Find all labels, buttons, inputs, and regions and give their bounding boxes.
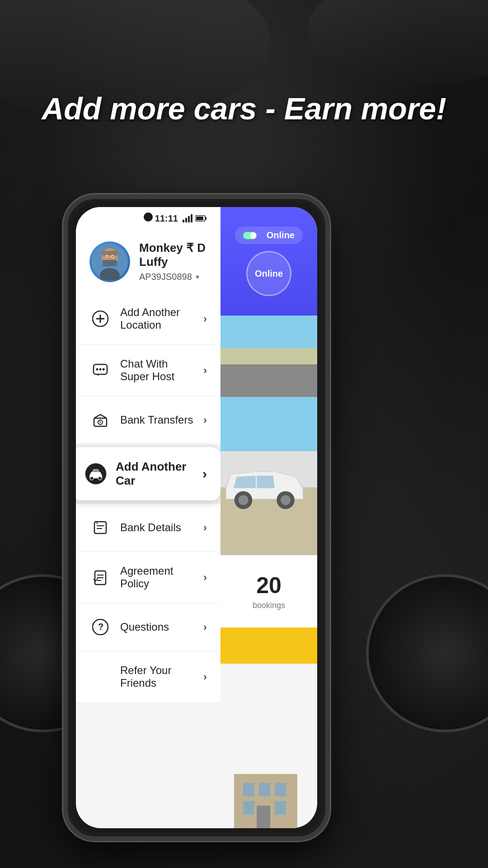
online-circle-button[interactable]: Online [246,251,291,296]
svg-text:$: $ [96,520,98,525]
bank-transfers-label: Bank Transfers [120,414,194,426]
svg-rect-3 [191,214,192,222]
chevron-right-icon: › [203,621,207,633]
menu-item-agreement[interactable]: Agreement Policy › [76,552,221,603]
profile-info: Monkey ₹ D Luffy AP39JS0898 ▾ [139,241,207,282]
menu-item-bank-transfers[interactable]: $ Bank Transfers › [76,396,221,443]
phone-mockup: 11:11 [63,194,330,841]
svg-rect-2 [188,216,190,222]
chevron-right-icon: › [203,670,207,683]
online-toggle-area: Online Online [221,207,317,316]
online-toggle-label[interactable]: Online [267,230,295,241]
menu-item-add-location[interactable]: Add Another Location › [76,293,221,344]
svg-rect-6 [196,217,203,220]
menu-item-chat[interactable]: Chat With Super Host › [76,345,221,396]
svg-point-13 [112,255,113,257]
svg-rect-14 [103,260,117,266]
svg-rect-9 [102,251,118,255]
avatar [89,241,130,282]
agreement-icon [89,566,111,588]
add-car-icon [85,463,107,485]
svg-point-21 [99,368,102,371]
svg-text:?: ? [98,622,103,632]
side-button-power [328,312,330,353]
status-time: 11:11 [155,213,178,224]
svg-rect-5 [205,217,206,220]
screen-content: 11:11 [76,207,317,828]
stats-label: bookings [253,601,285,610]
building-photo [221,316,317,397]
side-button-volume-up [63,289,66,316]
questions-label: Questions [120,621,194,633]
chevron-right-icon: › [203,571,207,584]
chevron-right-icon: › [202,466,207,481]
refer-icon [89,666,111,688]
avatar-image [92,244,128,280]
chevron-right-icon: › [203,364,207,377]
headline: Add more cars - Earn more! [0,90,488,127]
chat-icon [89,359,111,381]
menu-list: Add Another Location › [76,293,221,702]
svg-point-20 [96,368,99,371]
menu-item-bank-details[interactable]: $ Bank Details › [76,504,221,551]
battery-icon [195,215,207,222]
svg-point-47 [239,495,249,505]
menu-item-add-car[interactable]: Add Another Car › [76,447,221,500]
profile-plate: AP39JS0898 ▾ [139,272,207,282]
profile-section: Monkey ₹ D Luffy AP39JS0898 ▾ [76,230,221,293]
svg-point-28 [98,476,102,480]
questions-icon: ? [89,616,111,638]
stats-number: 20 [256,572,282,599]
chat-label: Chat With Super Host [120,358,194,383]
svg-rect-0 [183,220,184,222]
svg-point-49 [281,495,291,505]
signal-icon [183,214,192,222]
profile-name: Monkey ₹ D Luffy [139,241,207,269]
menu-item-questions[interactable]: ? Questions › [76,604,221,651]
svg-point-27 [90,476,94,480]
stats-section: 20 bookings [221,555,317,627]
svg-rect-1 [185,218,187,222]
side-button-volume-down [63,326,66,353]
bank-details-label: Bank Details [120,521,194,534]
right-column: Online Online [221,207,317,828]
chevron-right-icon: › [203,414,207,426]
refer-label: Refer Your Friends [120,664,194,689]
yellow-section [221,627,317,664]
car-image [221,444,315,519]
status-bar: 11:11 [76,207,221,230]
add-location-label: Add Another Location [120,306,194,331]
building-photo-area [221,316,317,397]
chevron-right-icon: › [203,521,207,534]
agreement-label: Agreement Policy [120,565,194,590]
status-icons [183,214,207,222]
svg-point-22 [103,368,105,371]
bank-details-icon: $ [89,517,111,538]
camera-notch [144,212,153,222]
chevron-right-icon: › [203,312,207,325]
plate-chevron-icon[interactable]: ▾ [196,273,199,281]
location-plus-icon [89,308,111,330]
add-another-car-label: Add Another Car [116,460,193,488]
svg-text:$: $ [99,420,101,424]
svg-point-12 [107,255,108,257]
bank-transfer-icon: $ [89,409,111,431]
left-column: 11:11 [76,207,221,828]
car-photo-area [221,397,317,555]
menu-item-refer[interactable]: Refer Your Friends › [76,651,221,702]
phone-screen: 11:11 [76,207,317,828]
